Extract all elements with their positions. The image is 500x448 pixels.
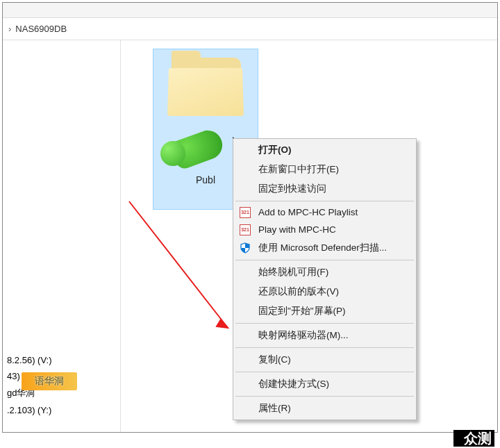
address-location[interactable]: NAS6909DB bbox=[15, 24, 67, 34]
navigation-panel[interactable]: 8.2.56) (V:)43) (W:)gd华洞.2.103) (Y:) 语华洞 bbox=[3, 40, 121, 432]
menu-item-label: 创建快捷方式(S) bbox=[258, 378, 329, 390]
menu-item-label: 使用 Microsoft Defender扫描... bbox=[258, 242, 387, 254]
menu-separator bbox=[235, 201, 414, 201]
menu-item[interactable]: 在新窗口中打开(E) bbox=[235, 160, 415, 179]
menu-item-label: 复制(C) bbox=[258, 354, 291, 366]
mpc-hc-icon: 321 bbox=[239, 206, 251, 219]
menu-separator bbox=[235, 260, 414, 260]
publisher-big: 众测 bbox=[464, 431, 492, 445]
publisher-logo: 新浪 众测 bbox=[453, 430, 494, 447]
menu-item[interactable]: 固定到快速访问 bbox=[235, 179, 415, 199]
menu-separator bbox=[235, 372, 414, 372]
menu-item[interactable]: 321Add to MPC-HC Playlist bbox=[235, 204, 415, 221]
menu-item-label: 映射网络驱动器(M)... bbox=[258, 329, 349, 342]
menu-item[interactable]: 321Play with MPC-HC bbox=[235, 221, 415, 238]
nav-drive-item[interactable]: 8.2.56) (V:) bbox=[4, 352, 120, 368]
nav-drive-item[interactable]: .2.103) (Y:) bbox=[4, 402, 120, 418]
menu-item[interactable]: 还原以前的版本(V) bbox=[235, 282, 415, 301]
defender-shield-icon bbox=[239, 242, 251, 254]
address-bar[interactable]: › NAS6909DB bbox=[3, 18, 497, 40]
menu-item[interactable]: 使用 Microsoft Defender扫描... bbox=[235, 238, 415, 258]
menu-item-label: 属性(R) bbox=[258, 402, 291, 415]
breadcrumb-chevron-icon: › bbox=[8, 24, 11, 34]
menu-item[interactable]: 映射网络驱动器(M)... bbox=[235, 326, 415, 345]
menu-separator bbox=[235, 347, 414, 348]
menu-item-label: 固定到快速访问 bbox=[258, 183, 326, 195]
menu-item-label: 还原以前的版本(V) bbox=[258, 285, 339, 298]
menu-item-label: 打开(O) bbox=[258, 144, 292, 156]
menu-item[interactable]: 创建快捷方式(S) bbox=[235, 374, 415, 394]
menu-item[interactable]: 始终脱机可用(F) bbox=[235, 263, 415, 282]
menu-item[interactable]: 属性(R) bbox=[235, 399, 415, 418]
folder-icon bbox=[167, 58, 244, 120]
menu-item-label: 始终脱机可用(F) bbox=[258, 266, 328, 279]
watermark-badge: 语华洞 bbox=[22, 372, 77, 390]
menu-item-label: Play with MPC-HC bbox=[258, 224, 336, 235]
menu-item[interactable]: 打开(O) bbox=[235, 140, 415, 160]
mpc-hc-icon: 321 bbox=[239, 224, 251, 236]
context-menu: 打开(O)在新窗口中打开(E)固定到快速访问321Add to MPC-HC P… bbox=[233, 138, 417, 420]
menu-separator bbox=[235, 396, 414, 397]
menu-separator bbox=[235, 323, 414, 324]
menu-item-label: Add to MPC-HC Playlist bbox=[258, 207, 358, 217]
menu-item[interactable]: 固定到"开始"屏幕(P) bbox=[235, 301, 415, 321]
menu-item-label: 固定到"开始"屏幕(P) bbox=[258, 305, 346, 317]
menu-item[interactable]: 复制(C) bbox=[235, 350, 415, 370]
ribbon-strip bbox=[3, 3, 497, 18]
menu-item-label: 在新窗口中打开(E) bbox=[258, 163, 339, 176]
folder-label: Publ bbox=[196, 174, 215, 185]
folder-overlay-icon bbox=[160, 122, 244, 170]
